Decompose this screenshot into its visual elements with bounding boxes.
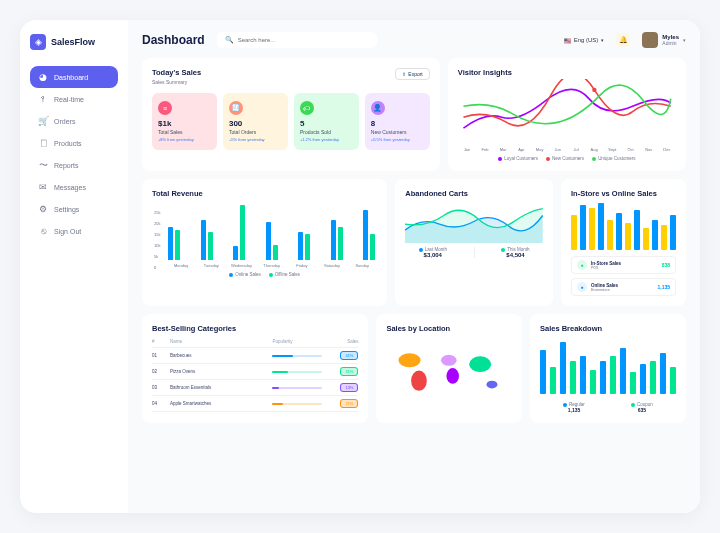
nav-orders[interactable]: 🛒Orders xyxy=(30,110,118,132)
svg-point-1 xyxy=(399,353,421,367)
nav-settings[interactable]: ⚙Settings xyxy=(30,198,118,220)
user-role: Admin xyxy=(662,40,679,46)
bar-group xyxy=(233,205,245,260)
nav-sign-out[interactable]: ⎋Sign Out xyxy=(30,220,118,242)
instore-row: ●In-Store SalesPOS838 xyxy=(571,256,676,274)
abandoned-carts-card: Abandoned Carts Last Month $3,004 This M… xyxy=(395,179,553,306)
main-content: Dashboard 🔍 🇺🇸 Eng (US) ▾ 🔔 Myles Admin xyxy=(128,20,700,513)
chevron-down-icon: ▾ xyxy=(601,37,604,43)
nav-messages[interactable]: ✉Messages xyxy=(30,176,118,198)
real-time-icon: ⫯ xyxy=(38,94,48,104)
svg-point-4 xyxy=(447,368,460,384)
sales-location-card: Sales by Location xyxy=(376,314,522,423)
last-month-value: Last Month $3,004 xyxy=(419,247,447,258)
best-selling-card: Best-Selling Categories # Name Popularit… xyxy=(142,314,368,423)
card-title: Visitor Insights xyxy=(458,68,676,77)
logo-icon: ◈ xyxy=(30,34,46,50)
bar-group xyxy=(168,227,180,261)
orders-icon: 🛒 xyxy=(38,116,48,126)
nav-reports[interactable]: 〜Reports xyxy=(30,154,118,176)
abandoned-area-chart xyxy=(405,200,543,243)
sidebar: ◈ SalesFlow ◕Dashboard⫯Real-time🛒Orders⎕… xyxy=(20,20,128,513)
svg-point-5 xyxy=(470,356,492,372)
stat-icon: 👤 xyxy=(371,101,385,115)
nav-dashboard[interactable]: ◕Dashboard xyxy=(30,66,118,88)
card-title: In-Store vs Online Sales xyxy=(571,189,676,198)
card-title: Sales by Location xyxy=(386,324,512,333)
total-revenue-card: Total Revenue 25k20k15k10k5k0 MondayTues… xyxy=(142,179,387,306)
stat-icon: ≡ xyxy=(158,101,172,115)
search-input-wrap[interactable]: 🔍 xyxy=(217,32,377,48)
svg-point-0 xyxy=(592,88,596,92)
sales-breakdown-card: Sales Breakdown Regular1,135Coupon635 xyxy=(530,314,686,423)
visitor-line-chart xyxy=(458,79,676,144)
dot-icon: ● xyxy=(577,260,587,270)
bar-group xyxy=(201,220,213,261)
export-button[interactable]: ⇪Export xyxy=(395,68,429,80)
todays-sales-card: ⇪Export Today's Sales Sales Summary ≡$1k… xyxy=(142,58,440,171)
messages-icon: ✉ xyxy=(38,182,48,192)
sign out-icon: ⎋ xyxy=(38,226,48,236)
bell-icon: 🔔 xyxy=(619,36,628,44)
nav-products[interactable]: ⎕Products xyxy=(30,132,118,154)
nav-real-time[interactable]: ⫯Real-time xyxy=(30,88,118,110)
logo[interactable]: ◈ SalesFlow xyxy=(30,34,118,50)
stat-new-customers: 👤8New Customers+0.5% from yesterday xyxy=(365,93,430,150)
reports-icon: 〜 xyxy=(38,160,48,170)
bar-group xyxy=(266,222,278,260)
export-icon: ⇪ xyxy=(402,71,406,77)
bar-group xyxy=(331,220,343,261)
table-row: 04Apple Smartwatches21% xyxy=(152,396,358,412)
card-title: Total Revenue xyxy=(152,189,377,198)
page-title: Dashboard xyxy=(142,33,205,47)
search-input[interactable] xyxy=(238,37,369,43)
dot-icon: ● xyxy=(577,282,587,292)
header: Dashboard 🔍 🇺🇸 Eng (US) ▾ 🔔 Myles Admin xyxy=(142,32,686,48)
table-row: 02Pizza Ovens31% xyxy=(152,364,358,380)
instore-row: ●Online SalesEcommerce1,135 xyxy=(571,278,676,296)
svg-point-3 xyxy=(441,355,457,366)
svg-point-6 xyxy=(487,381,498,389)
stat-icon: 🏷 xyxy=(300,101,314,115)
language-selector[interactable]: 🇺🇸 Eng (US) ▾ xyxy=(564,37,605,44)
search-icon: 🔍 xyxy=(225,36,234,44)
table-header: # Name Popularity Sales xyxy=(152,339,358,348)
svg-point-2 xyxy=(412,370,428,390)
chevron-down-icon: ▾ xyxy=(683,37,686,43)
dashboard-icon: ◕ xyxy=(38,72,48,82)
logo-text: SalesFlow xyxy=(51,37,95,47)
table-row: 01Barbecues41% xyxy=(152,348,358,364)
stat-icon: 🧾 xyxy=(229,101,243,115)
user-menu[interactable]: Myles Admin ▾ xyxy=(642,32,686,48)
notifications-button[interactable]: 🔔 xyxy=(616,33,630,47)
this-month-value: This Month $4,504 xyxy=(501,247,529,258)
bar-group xyxy=(363,210,375,260)
table-row: 03Bathroom Essentials13% xyxy=(152,380,358,396)
stat-products-sold: 🏷5Products Sold+1.2% from yesterday xyxy=(294,93,359,150)
card-title: Abandoned Carts xyxy=(405,189,543,198)
card-title: Today's Sales xyxy=(152,68,430,77)
instore-online-card: In-Store vs Online Sales ●In-Store Sales… xyxy=(561,179,686,306)
language-label: Eng (US) xyxy=(574,37,599,43)
card-title: Best-Selling Categories xyxy=(152,324,358,333)
avatar xyxy=(642,32,658,48)
visitor-insights-card: Visitor Insights JanFebMarAprMayJunJulAu… xyxy=(448,58,686,171)
bar-group xyxy=(298,232,310,261)
products-icon: ⎕ xyxy=(38,138,48,148)
world-map xyxy=(386,335,512,405)
stat-total-sales: ≡$1kTotal Sales+8% from yesterday xyxy=(152,93,217,150)
settings-icon: ⚙ xyxy=(38,204,48,214)
card-title: Sales Breakdown xyxy=(540,324,676,333)
card-subtitle: Sales Summary xyxy=(152,79,430,85)
flag-icon: 🇺🇸 xyxy=(564,37,571,44)
stat-total-orders: 🧾300Total Orders+5% from yesterday xyxy=(223,93,288,150)
